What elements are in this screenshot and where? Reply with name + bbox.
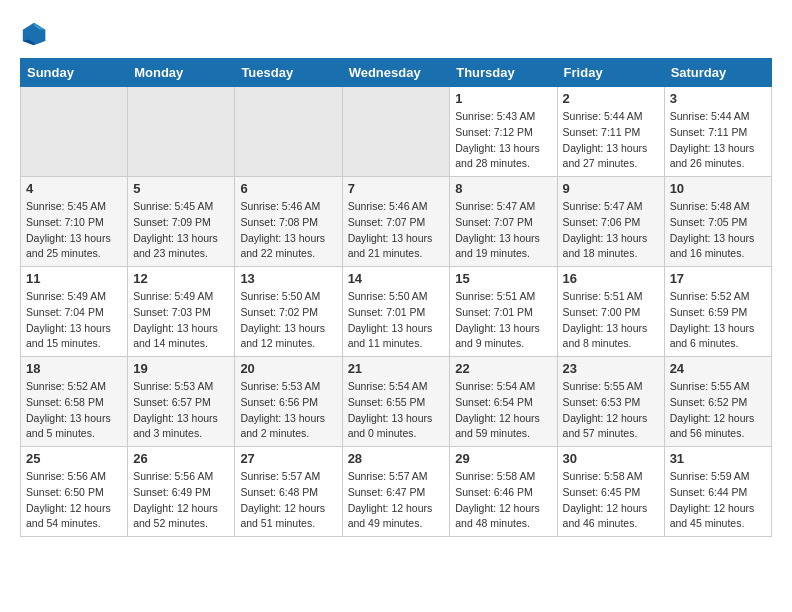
day-number: 12 xyxy=(133,271,229,286)
day-info: Sunrise: 5:46 AM Sunset: 7:07 PM Dayligh… xyxy=(348,199,445,262)
day-info: Sunrise: 5:46 AM Sunset: 7:08 PM Dayligh… xyxy=(240,199,336,262)
calendar-cell: 1Sunrise: 5:43 AM Sunset: 7:12 PM Daylig… xyxy=(450,87,557,177)
day-info: Sunrise: 5:52 AM Sunset: 6:59 PM Dayligh… xyxy=(670,289,766,352)
logo xyxy=(20,20,52,48)
day-number: 30 xyxy=(563,451,659,466)
day-number: 18 xyxy=(26,361,122,376)
day-info: Sunrise: 5:55 AM Sunset: 6:53 PM Dayligh… xyxy=(563,379,659,442)
day-number: 16 xyxy=(563,271,659,286)
calendar-cell: 4Sunrise: 5:45 AM Sunset: 7:10 PM Daylig… xyxy=(21,177,128,267)
calendar-cell: 9Sunrise: 5:47 AM Sunset: 7:06 PM Daylig… xyxy=(557,177,664,267)
week-row: 18Sunrise: 5:52 AM Sunset: 6:58 PM Dayli… xyxy=(21,357,772,447)
day-info: Sunrise: 5:55 AM Sunset: 6:52 PM Dayligh… xyxy=(670,379,766,442)
day-info: Sunrise: 5:44 AM Sunset: 7:11 PM Dayligh… xyxy=(563,109,659,172)
day-info: Sunrise: 5:45 AM Sunset: 7:10 PM Dayligh… xyxy=(26,199,122,262)
calendar-cell: 12Sunrise: 5:49 AM Sunset: 7:03 PM Dayli… xyxy=(128,267,235,357)
calendar-cell: 28Sunrise: 5:57 AM Sunset: 6:47 PM Dayli… xyxy=(342,447,450,537)
day-info: Sunrise: 5:53 AM Sunset: 6:56 PM Dayligh… xyxy=(240,379,336,442)
day-info: Sunrise: 5:50 AM Sunset: 7:01 PM Dayligh… xyxy=(348,289,445,352)
calendar: SundayMondayTuesdayWednesdayThursdayFrid… xyxy=(20,58,772,537)
day-info: Sunrise: 5:58 AM Sunset: 6:45 PM Dayligh… xyxy=(563,469,659,532)
calendar-cell: 21Sunrise: 5:54 AM Sunset: 6:55 PM Dayli… xyxy=(342,357,450,447)
svg-marker-2 xyxy=(40,30,46,41)
calendar-cell: 2Sunrise: 5:44 AM Sunset: 7:11 PM Daylig… xyxy=(557,87,664,177)
calendar-cell: 14Sunrise: 5:50 AM Sunset: 7:01 PM Dayli… xyxy=(342,267,450,357)
calendar-cell: 22Sunrise: 5:54 AM Sunset: 6:54 PM Dayli… xyxy=(450,357,557,447)
day-number: 31 xyxy=(670,451,766,466)
day-info: Sunrise: 5:47 AM Sunset: 7:07 PM Dayligh… xyxy=(455,199,551,262)
calendar-cell: 26Sunrise: 5:56 AM Sunset: 6:49 PM Dayli… xyxy=(128,447,235,537)
day-info: Sunrise: 5:53 AM Sunset: 6:57 PM Dayligh… xyxy=(133,379,229,442)
day-info: Sunrise: 5:50 AM Sunset: 7:02 PM Dayligh… xyxy=(240,289,336,352)
day-number: 21 xyxy=(348,361,445,376)
day-number: 1 xyxy=(455,91,551,106)
day-info: Sunrise: 5:58 AM Sunset: 6:46 PM Dayligh… xyxy=(455,469,551,532)
calendar-cell: 23Sunrise: 5:55 AM Sunset: 6:53 PM Dayli… xyxy=(557,357,664,447)
day-number: 11 xyxy=(26,271,122,286)
column-header-wednesday: Wednesday xyxy=(342,59,450,87)
page-header xyxy=(20,20,772,48)
day-number: 29 xyxy=(455,451,551,466)
day-number: 5 xyxy=(133,181,229,196)
column-header-sunday: Sunday xyxy=(21,59,128,87)
column-header-friday: Friday xyxy=(557,59,664,87)
calendar-cell: 31Sunrise: 5:59 AM Sunset: 6:44 PM Dayli… xyxy=(664,447,771,537)
calendar-cell xyxy=(128,87,235,177)
day-number: 25 xyxy=(26,451,122,466)
column-header-thursday: Thursday xyxy=(450,59,557,87)
calendar-cell: 18Sunrise: 5:52 AM Sunset: 6:58 PM Dayli… xyxy=(21,357,128,447)
calendar-cell: 25Sunrise: 5:56 AM Sunset: 6:50 PM Dayli… xyxy=(21,447,128,537)
day-number: 28 xyxy=(348,451,445,466)
calendar-cell: 16Sunrise: 5:51 AM Sunset: 7:00 PM Dayli… xyxy=(557,267,664,357)
calendar-cell: 29Sunrise: 5:58 AM Sunset: 6:46 PM Dayli… xyxy=(450,447,557,537)
day-info: Sunrise: 5:57 AM Sunset: 6:47 PM Dayligh… xyxy=(348,469,445,532)
day-number: 15 xyxy=(455,271,551,286)
column-header-monday: Monday xyxy=(128,59,235,87)
calendar-cell: 5Sunrise: 5:45 AM Sunset: 7:09 PM Daylig… xyxy=(128,177,235,267)
day-number: 9 xyxy=(563,181,659,196)
day-info: Sunrise: 5:44 AM Sunset: 7:11 PM Dayligh… xyxy=(670,109,766,172)
calendar-cell: 15Sunrise: 5:51 AM Sunset: 7:01 PM Dayli… xyxy=(450,267,557,357)
column-header-tuesday: Tuesday xyxy=(235,59,342,87)
day-number: 17 xyxy=(670,271,766,286)
day-info: Sunrise: 5:48 AM Sunset: 7:05 PM Dayligh… xyxy=(670,199,766,262)
column-header-saturday: Saturday xyxy=(664,59,771,87)
day-info: Sunrise: 5:59 AM Sunset: 6:44 PM Dayligh… xyxy=(670,469,766,532)
day-number: 13 xyxy=(240,271,336,286)
day-info: Sunrise: 5:54 AM Sunset: 6:55 PM Dayligh… xyxy=(348,379,445,442)
logo-icon xyxy=(20,20,48,48)
day-number: 23 xyxy=(563,361,659,376)
day-number: 27 xyxy=(240,451,336,466)
week-row: 1Sunrise: 5:43 AM Sunset: 7:12 PM Daylig… xyxy=(21,87,772,177)
calendar-cell xyxy=(342,87,450,177)
day-info: Sunrise: 5:51 AM Sunset: 7:00 PM Dayligh… xyxy=(563,289,659,352)
day-number: 26 xyxy=(133,451,229,466)
calendar-cell xyxy=(21,87,128,177)
day-number: 4 xyxy=(26,181,122,196)
calendar-cell: 11Sunrise: 5:49 AM Sunset: 7:04 PM Dayli… xyxy=(21,267,128,357)
calendar-cell: 19Sunrise: 5:53 AM Sunset: 6:57 PM Dayli… xyxy=(128,357,235,447)
calendar-header-row: SundayMondayTuesdayWednesdayThursdayFrid… xyxy=(21,59,772,87)
calendar-cell: 30Sunrise: 5:58 AM Sunset: 6:45 PM Dayli… xyxy=(557,447,664,537)
calendar-cell: 20Sunrise: 5:53 AM Sunset: 6:56 PM Dayli… xyxy=(235,357,342,447)
week-row: 11Sunrise: 5:49 AM Sunset: 7:04 PM Dayli… xyxy=(21,267,772,357)
day-number: 2 xyxy=(563,91,659,106)
day-info: Sunrise: 5:43 AM Sunset: 7:12 PM Dayligh… xyxy=(455,109,551,172)
week-row: 4Sunrise: 5:45 AM Sunset: 7:10 PM Daylig… xyxy=(21,177,772,267)
day-info: Sunrise: 5:45 AM Sunset: 7:09 PM Dayligh… xyxy=(133,199,229,262)
day-info: Sunrise: 5:56 AM Sunset: 6:50 PM Dayligh… xyxy=(26,469,122,532)
day-info: Sunrise: 5:57 AM Sunset: 6:48 PM Dayligh… xyxy=(240,469,336,532)
week-row: 25Sunrise: 5:56 AM Sunset: 6:50 PM Dayli… xyxy=(21,447,772,537)
day-number: 22 xyxy=(455,361,551,376)
day-number: 6 xyxy=(240,181,336,196)
day-number: 3 xyxy=(670,91,766,106)
calendar-cell: 17Sunrise: 5:52 AM Sunset: 6:59 PM Dayli… xyxy=(664,267,771,357)
calendar-cell: 13Sunrise: 5:50 AM Sunset: 7:02 PM Dayli… xyxy=(235,267,342,357)
day-number: 8 xyxy=(455,181,551,196)
day-number: 10 xyxy=(670,181,766,196)
calendar-cell: 10Sunrise: 5:48 AM Sunset: 7:05 PM Dayli… xyxy=(664,177,771,267)
day-number: 7 xyxy=(348,181,445,196)
day-info: Sunrise: 5:49 AM Sunset: 7:03 PM Dayligh… xyxy=(133,289,229,352)
day-info: Sunrise: 5:51 AM Sunset: 7:01 PM Dayligh… xyxy=(455,289,551,352)
calendar-cell: 6Sunrise: 5:46 AM Sunset: 7:08 PM Daylig… xyxy=(235,177,342,267)
